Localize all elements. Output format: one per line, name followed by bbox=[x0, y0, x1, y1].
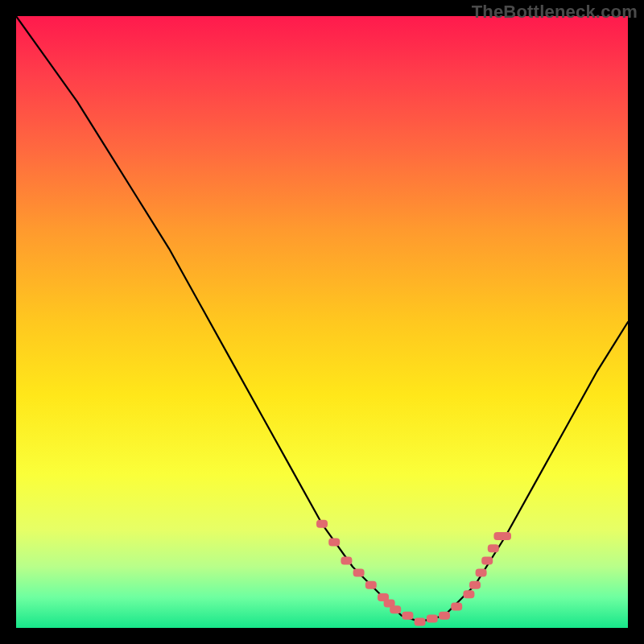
chart-plot-area bbox=[16, 16, 628, 628]
chart-svg bbox=[16, 16, 628, 628]
curve-marker bbox=[402, 612, 413, 620]
curve-marker bbox=[500, 532, 511, 540]
curve-marker bbox=[488, 544, 499, 552]
curve-marker bbox=[439, 612, 450, 620]
curve-marker bbox=[476, 569, 487, 577]
curve-marker bbox=[469, 581, 481, 589]
curve-marker bbox=[328, 539, 340, 547]
marker-group bbox=[316, 520, 511, 626]
curve-marker bbox=[427, 615, 438, 623]
curve-marker bbox=[390, 605, 401, 613]
bottleneck-curve bbox=[16, 16, 628, 621]
curve-marker bbox=[341, 556, 352, 564]
curve-marker bbox=[481, 556, 493, 564]
curve-marker bbox=[365, 581, 377, 589]
curve-marker bbox=[415, 617, 426, 625]
curve-marker bbox=[353, 569, 365, 577]
curve-marker bbox=[316, 520, 328, 528]
curve-marker bbox=[451, 602, 462, 610]
curve-marker bbox=[463, 590, 474, 598]
watermark-label: TheBottleneck.com bbox=[472, 2, 638, 23]
